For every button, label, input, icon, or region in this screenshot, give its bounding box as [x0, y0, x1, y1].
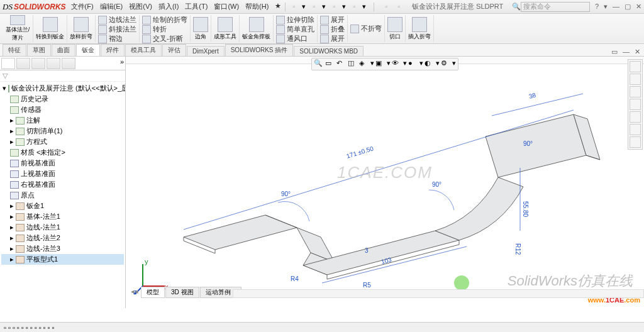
tree-annotations[interactable]: ▸注解 [1, 115, 124, 126]
insert-bend-button[interactable]: 插入折弯 [406, 15, 434, 42]
tab-sheetmetal[interactable]: 钣金 [76, 44, 100, 56]
close-icon[interactable]: ✕ [636, 3, 641, 11]
tree-front-plane[interactable]: 前视基准面 [1, 158, 124, 169]
vent-button[interactable]: 通风口 [276, 34, 314, 43]
tab-features[interactable]: 特征 [3, 44, 26, 56]
tree-flat-pattern1[interactable]: ▸平板型式1 [1, 254, 124, 265]
appearances-icon[interactable] [630, 111, 641, 123]
print-icon[interactable]: ▫️ [350, 3, 358, 11]
tree-origin[interactable]: 原点 [1, 190, 124, 201]
section-icon[interactable]: ◫ [348, 59, 358, 69]
config-tab-icon[interactable] [31, 58, 45, 69]
help-icon[interactable]: ? [595, 3, 599, 11]
cross-break-button[interactable]: 交叉-折断 [142, 34, 187, 43]
corner-button[interactable]: 边角 [191, 15, 211, 42]
dimxpert-tab-icon[interactable] [47, 58, 60, 69]
horizontal-scrollbar[interactable] [233, 289, 644, 298]
menu-edit[interactable]: 编辑(E) [100, 2, 123, 11]
graphics-viewport[interactable]: 🔍 ▭ ↶ ◫ ◈▾ ▣▾ 👁▾ ●▾ ◐▾ ⚙▾ [126, 57, 644, 308]
tree-edge-flange2[interactable]: ▸边线-法兰2 [1, 233, 124, 243]
tab-surface[interactable]: 曲面 [52, 44, 75, 56]
tree-root[interactable]: ▾钣金设计及展开注意 (默认<<默认>_显示状态 1 [1, 83, 124, 94]
window-min-icon[interactable]: — [623, 48, 630, 56]
view-palette-icon[interactable] [630, 99, 641, 110]
tree-history[interactable]: 历史记录 [1, 94, 124, 104]
hem-button[interactable]: 褶边 [98, 34, 136, 43]
convert-sheetmetal-button[interactable]: 转换到钣金 [33, 15, 67, 42]
tree-top-plane[interactable]: 上视基准面 [1, 169, 124, 179]
tab-addins[interactable]: SOLIDWORKS 插件 [225, 44, 294, 56]
menu-window[interactable]: 窗口(W) [214, 2, 239, 11]
window-close-icon[interactable]: ✕ [635, 48, 640, 56]
menu-view[interactable]: 视图(V) [129, 2, 152, 11]
tree-base-flange1[interactable]: ▸基体-法兰1 [1, 211, 124, 222]
tab-evaluate[interactable]: 评估 [162, 44, 186, 56]
rebuild-icon[interactable]: ▫️ [382, 3, 391, 11]
maximize-icon[interactable]: ▢ [625, 3, 631, 11]
display-style-icon[interactable]: ▣ [375, 59, 386, 69]
view-orient-icon[interactable]: ◈ [359, 59, 369, 69]
appearance-icon[interactable]: ● [408, 59, 418, 69]
flatten-button[interactable]: 展开 [320, 34, 345, 43]
tree-sensors[interactable]: 传感器 [1, 104, 124, 115]
tree-cutlist[interactable]: ▸切割清单(1) [1, 126, 124, 136]
prev-view-icon[interactable]: ↶ [336, 59, 347, 69]
search-input[interactable]: 搜索命令 [521, 2, 590, 12]
forum-icon[interactable] [630, 136, 641, 148]
btab-model[interactable]: 模型 [141, 287, 165, 298]
form-tool-button[interactable]: 成形工具 [211, 15, 240, 42]
open-icon[interactable]: ▫️ [309, 3, 318, 11]
edge-flange-button[interactable]: 边线法兰 [98, 15, 136, 25]
menu-help[interactable]: 帮助(H) [245, 2, 269, 11]
tree-equations[interactable]: ▸方程式 [1, 136, 124, 147]
tab-mbd[interactable]: SOLIDWORKS MBD [294, 46, 364, 56]
menu-insert[interactable]: 插入(I) [158, 2, 179, 11]
property-tab-icon[interactable] [16, 58, 30, 69]
menu-file[interactable]: 文件(F) [71, 2, 94, 11]
featuretree-tab-icon[interactable] [1, 58, 15, 69]
window-restore-icon[interactable]: ▭ [611, 48, 618, 56]
tab-dimxpert[interactable]: DimXpert [187, 46, 225, 56]
unfold-button[interactable]: 展开 [320, 15, 345, 25]
tab-weldments[interactable]: 焊件 [101, 44, 125, 56]
menu-star-icon[interactable]: ★ [275, 2, 281, 11]
display-tab-icon[interactable] [62, 58, 75, 69]
loft-bend-button[interactable]: 放样折弯 [67, 15, 96, 42]
btab-3dview[interactable]: 3D 视图 [165, 287, 199, 298]
quick-access-toolbar: ▫️▾ ▫️▾ ▫️▾ ▫️▾ ▫️ ▫️ [289, 3, 403, 11]
tab-mold[interactable]: 模具工具 [125, 44, 162, 56]
hide-show-icon[interactable]: 👁 [392, 59, 402, 69]
filter-funnel-icon[interactable]: ▽ [3, 72, 8, 80]
btab-prev-icon[interactable]: ◂◂ [128, 287, 141, 298]
base-flange-button[interactable]: 基体法兰/薄片 [3, 15, 33, 42]
menu-tools[interactable]: 工具(T) [185, 2, 208, 11]
simple-hole-button[interactable]: 简单直孔 [276, 25, 314, 34]
sketch-bend-button[interactable]: 转折 [142, 25, 187, 34]
file-explorer-icon[interactable] [630, 86, 641, 97]
rip-button[interactable]: 切口 [385, 15, 406, 42]
view-settings-icon[interactable]: ⚙ [441, 59, 451, 69]
tree-material[interactable]: 材质 <未指定> [1, 147, 124, 158]
save-icon[interactable]: ▫️ [330, 3, 338, 11]
tree-right-plane[interactable]: 右视基准面 [1, 179, 124, 190]
feature-tree[interactable]: ▾钣金设计及展开注意 (默认<<默认>_显示状态 1 历史记录 传感器 ▸注解 … [0, 82, 125, 308]
jog-button[interactable]: 绘制的折弯 [142, 15, 187, 25]
design-library-icon[interactable] [630, 74, 641, 85]
custom-props-icon[interactable] [630, 124, 641, 135]
tree-edge-flange1[interactable]: ▸边线-法兰1 [1, 222, 124, 233]
panel-expand-icon[interactable]: » [120, 58, 124, 69]
tree-sheetmetal1[interactable]: ▸钣金1 [1, 201, 124, 211]
scene-icon[interactable]: ◐ [425, 59, 435, 69]
fold-button[interactable]: 折叠 [320, 25, 345, 34]
minimize-icon[interactable]: — [613, 3, 619, 11]
tree-edge-flange3[interactable]: ▸边线-法兰3 [1, 243, 124, 254]
gusset-button[interactable]: 钣金角撑板 [240, 15, 274, 42]
zoom-fit-icon[interactable]: 🔍 [314, 59, 324, 69]
sw-resources-icon[interactable] [630, 61, 641, 72]
zoom-window-icon[interactable]: ▭ [325, 59, 335, 69]
new-icon[interactable]: ▫️ [289, 3, 298, 11]
options-icon[interactable]: ▫️ [394, 3, 403, 11]
miter-flange-button[interactable]: 斜接法兰 [98, 25, 136, 34]
extrude-cut-button[interactable]: 拉伸切除 [276, 15, 314, 25]
tab-sketch[interactable]: 草图 [27, 44, 51, 56]
